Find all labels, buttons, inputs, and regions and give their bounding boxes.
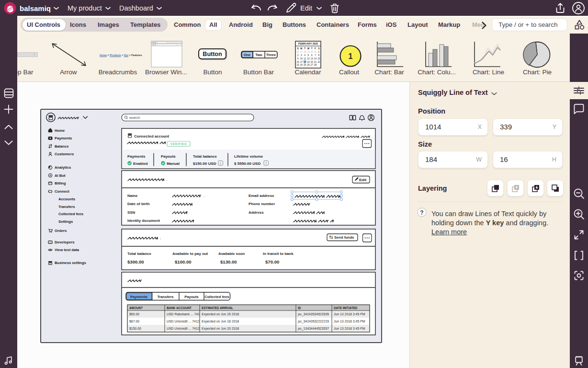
svg-text:Billing: Billing: [55, 181, 66, 185]
svg-text:Expected on Jun 18 2018: Expected on Jun 18 2018: [202, 320, 239, 323]
svg-text:3: 3: [301, 54, 302, 57]
svg-text:31: 31: [314, 51, 317, 53]
svg-text:.: .: [160, 235, 161, 240]
svg-text:7: 7: [315, 54, 316, 57]
svg-text:Collected fees: Collected fees: [58, 212, 83, 216]
svg-text:15: 15: [317, 58, 320, 60]
svg-text:Business settings: Business settings: [55, 261, 86, 265]
svg-text:Lifetime volume: Lifetime volume: [234, 154, 263, 159]
svg-text:17: 17: [300, 61, 303, 63]
svg-text:In transit to bank: In transit to bank: [263, 252, 294, 256]
svg-text:i: i: [266, 161, 266, 165]
svg-text:18: 18: [304, 61, 306, 63]
svg-text:$150.00 USD: $150.00 USD: [193, 161, 216, 166]
svg-text:po_13434444523537: po_13434444523537: [298, 327, 329, 331]
svg-text:Payments: Payments: [55, 136, 72, 140]
svg-text:$130.00: $130.00: [220, 259, 237, 264]
svg-text:T: T: [311, 47, 313, 50]
svg-text:Jun 13 2018 3:45 PM: Jun 13 2018 3:45 PM: [334, 312, 365, 316]
svg-text:Three: Three: [266, 53, 276, 57]
svg-text:Settings: Settings: [58, 219, 73, 224]
svg-text:Analytics: Analytics: [55, 165, 71, 170]
svg-text:$67.00: $67.00: [129, 320, 139, 323]
svg-text:Send funds: Send funds: [334, 235, 354, 240]
svg-text:26: 26: [296, 51, 299, 53]
svg-text:</>: </>: [49, 242, 51, 243]
svg-text:10: 10: [300, 58, 303, 60]
svg-text:DATE INITIATED: DATE INITIATED: [334, 306, 358, 310]
svg-text:.: .: [166, 177, 168, 182]
svg-text:T: T: [304, 47, 305, 50]
svg-text:po_34243534523535: po_34243534523535: [298, 312, 329, 316]
svg-text:Total balance: Total balance: [193, 154, 217, 159]
svg-text:12: 12: [307, 58, 310, 60]
svg-text:One: One: [244, 53, 251, 57]
svg-text:USD Unicredit ... 7412: USD Unicredit ... 7412: [167, 327, 200, 330]
svg-text:Connect: Connect: [55, 189, 69, 194]
svg-text:Date of birth: Date of birth: [127, 202, 150, 206]
svg-text:Collected fees: Collected fees: [204, 295, 229, 299]
svg-text:30: 30: [311, 51, 314, 53]
svg-text:A: A: [49, 174, 51, 177]
svg-text:FEBRUARY 2025: FEBRUARY 2025: [298, 42, 318, 45]
svg-text:26: 26: [307, 64, 310, 66]
svg-text:25: 25: [304, 64, 306, 66]
svg-text:Total balance: Total balance: [127, 252, 151, 256]
svg-text:13: 13: [311, 58, 314, 60]
svg-text:i: i: [220, 161, 221, 165]
svg-text:?: ?: [420, 209, 423, 216]
svg-text:24: 24: [300, 64, 303, 66]
svg-text:23: 23: [296, 64, 299, 66]
svg-text:W: W: [307, 47, 310, 50]
svg-text:Payments: Payments: [130, 295, 147, 299]
svg-text:28: 28: [314, 64, 317, 66]
svg-text:28: 28: [304, 51, 306, 53]
svg-text:Email address: Email address: [249, 194, 274, 198]
svg-text:Expected on Jun 20 2018: Expected on Jun 20 2018: [202, 327, 239, 331]
svg-text:Home: Home: [55, 128, 65, 133]
svg-text:Edit: Edit: [359, 178, 366, 182]
svg-text:1: 1: [349, 52, 353, 60]
svg-text:$ 5550.00 USD: $ 5550.00 USD: [234, 161, 260, 166]
svg-text:Customers: Customers: [55, 152, 74, 156]
svg-text:Transfers: Transfers: [157, 295, 173, 299]
svg-text:ESTIMATED ARRIVAL: ESTIMATED ARRIVAL: [202, 306, 233, 310]
svg-text:BANK ACCOUNT: BANK ACCOUNT: [167, 306, 192, 310]
svg-text:$100.00: $100.00: [175, 259, 192, 264]
svg-text:Expected on Jun 15 2018: Expected on Jun 15 2018: [202, 312, 239, 316]
svg-text:$150.00: $150.00: [129, 327, 141, 330]
svg-text:AI Bot: AI Bot: [55, 173, 66, 178]
svg-text:14: 14: [314, 58, 317, 60]
svg-text:F: F: [315, 47, 316, 50]
svg-text:Identity document: Identity document: [127, 218, 160, 223]
svg-text:USD Rabobank ... 741: USD Rabobank ... 741: [167, 312, 200, 316]
svg-text:Connected account: Connected account: [134, 134, 170, 138]
svg-text:Payouts: Payouts: [184, 295, 199, 299]
svg-text:ID: ID: [298, 306, 301, 310]
svg-text:Jun 13 2018 3:45 PM: Jun 13 2018 3:45 PM: [334, 320, 365, 323]
svg-text:View test data: View test data: [55, 248, 79, 252]
svg-text:9: 9: [297, 58, 299, 60]
svg-text:11: 11: [304, 58, 306, 60]
svg-text:Two: Two: [255, 53, 262, 57]
svg-text:M: M: [300, 47, 302, 50]
svg-text:Available to pay out: Available to pay out: [172, 252, 208, 256]
svg-text:VERIFIED: VERIFIED: [170, 142, 187, 146]
svg-text:$300.00: $300.00: [127, 259, 144, 264]
svg-text:$50.00: $50.00: [129, 312, 139, 316]
svg-text:22: 22: [317, 61, 320, 63]
svg-text:Phone number: Phone number: [249, 202, 275, 206]
svg-text:Enabled: Enabled: [133, 161, 148, 166]
svg-text:1: 1: [318, 51, 319, 53]
svg-text:po_34243532222215: po_34243532222215: [298, 320, 329, 323]
svg-text:Payments: Payments: [127, 154, 146, 159]
svg-text:20: 20: [311, 61, 314, 63]
svg-text:21: 21: [314, 61, 317, 63]
svg-text:Manual: Manual: [167, 161, 180, 166]
svg-text:Transfers: Transfers: [58, 205, 75, 209]
svg-text:19: 19: [307, 61, 310, 63]
svg-text:Balance: Balance: [55, 144, 69, 149]
svg-text:27: 27: [300, 51, 303, 53]
svg-text:2: 2: [297, 54, 299, 57]
svg-text:Name: Name: [127, 194, 138, 198]
